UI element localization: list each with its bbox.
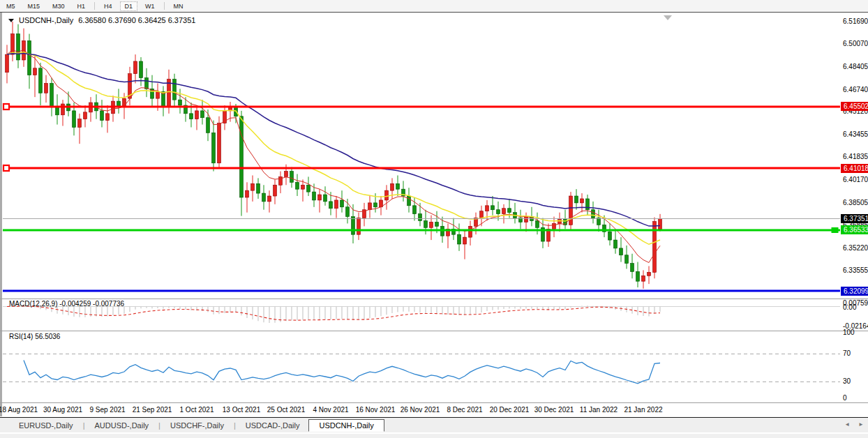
timeframe-button-w1[interactable]: W1 [140, 1, 160, 11]
chart-tab-usdchf[interactable]: USDCHF-,Daily [161, 421, 233, 430]
candlesticks [0, 0, 662, 289]
tab-scroll-right-icon[interactable]: ► [858, 421, 864, 428]
rsi-indicator-label: RSI(14) 56.5036 [9, 333, 60, 340]
price-tick-label: 6.38505 [843, 199, 868, 206]
rsi-line [24, 361, 660, 384]
resistance-line-label: 6.45502 [841, 102, 868, 111]
resistance-line-label: 6.41018 [841, 164, 868, 173]
date-axis-label: 13 Oct 2021 [216, 406, 267, 414]
timeframe-button-m5[interactable]: M5 [1, 1, 20, 11]
date-axis-label: 16 Nov 2021 [350, 406, 401, 414]
price-tick-label: 6.33555 [843, 266, 868, 274]
chart-tab-usdcnh[interactable]: USDCNH-,Daily [308, 419, 384, 432]
date-axis-label: 1 Oct 2021 [172, 406, 222, 414]
timeframe-button-h1[interactable]: H1 [73, 1, 91, 11]
date-axis-label: 8 Dec 2021 [440, 406, 490, 414]
chart-tab-audusd[interactable]: AUDUSD-,Daily [85, 421, 158, 430]
rsi-axis-label: 30 [843, 377, 851, 385]
date-axis-label: 30 Aug 2021 [38, 406, 88, 414]
macd-axis-label: 0.00 [843, 303, 856, 311]
chart-tab-eurusd[interactable]: EURUSD-,Daily [10, 421, 82, 430]
price-tick-label: 6.51690 [843, 17, 868, 25]
price-tick-label: 6.35220 [843, 244, 868, 252]
price-tick-label: 6.46740 [843, 86, 868, 93]
timeframe-button-d1[interactable]: D1 [120, 1, 138, 11]
chart-symbol-label: USDCNH-,Daily [19, 16, 73, 24]
rsi-axis-label: 0 [843, 394, 847, 402]
price-tick-label: 6.41835 [843, 153, 868, 160]
rsi-axis-label: 70 [843, 349, 851, 357]
collapse-triangle-icon[interactable] [8, 19, 14, 22]
status-bar [0, 433, 868, 438]
date-axis-label: 18 Aug 2021 [0, 406, 43, 414]
macd-indicator-label: MACD(12,26,9) -0.004259 -0.007736 [9, 300, 124, 308]
chart-tab-bar: EURUSD-,Daily|AUDUSD-,Daily|USDCHF-,Dail… [0, 417, 868, 432]
chart-canvas[interactable] [0, 0, 868, 438]
mid-ma [7, 52, 660, 245]
date-axis-label: 21 Jan 2022 [618, 406, 668, 414]
chart-ohlc-readout: 6.36580 6.37690 6.36425 6.37351 [78, 16, 195, 24]
toolbar-separator [94, 2, 95, 10]
price-tick-label: 6.48405 [843, 63, 868, 70]
slow-ma [7, 53, 660, 226]
timeframe-toolbar: M5M15M30H1H4D1W1MN [0, 0, 868, 12]
chart-shift-marker-icon[interactable] [664, 15, 672, 20]
date-axis-label: 11 Jan 2022 [574, 406, 624, 414]
price-tick-label: 6.50070 [843, 40, 868, 47]
macd-histogram [7, 305, 660, 323]
tab-scroll-left-icon[interactable]: ◄ [844, 421, 850, 428]
date-axis-label: 20 Dec 2021 [484, 406, 534, 414]
chart-tab-usdcad[interactable]: USDCAD-,Daily [237, 421, 309, 430]
date-axis-label: 30 Dec 2021 [529, 406, 579, 414]
price-tick-label: 6.40170 [843, 176, 868, 183]
chart-title: USDCNH-,Daily 6.36580 6.37690 6.36425 6.… [8, 16, 195, 24]
timeframe-button-mn[interactable]: MN [169, 1, 188, 11]
date-axis-label: 26 Nov 2021 [395, 406, 445, 414]
tab-scroll-arrows: ◄ ► [844, 421, 864, 428]
timeframe-button-m30[interactable]: M30 [47, 1, 70, 11]
macd-signal-line [7, 306, 660, 320]
date-axis-label: 4 Nov 2021 [306, 406, 356, 414]
metatrader-window: M5M15M30H1H4D1W1MN USDCNH-,Daily 6.36580… [0, 0, 868, 438]
date-axis-label: 9 Sep 2021 [82, 406, 133, 414]
current-price-label: 6.37351 [841, 214, 868, 223]
support-line-label: 6.36533 [841, 225, 868, 234]
rsi-axis-label: 100 [843, 328, 855, 336]
price-tick-label: 6.43455 [843, 130, 868, 138]
date-axis-label: 25 Oct 2021 [261, 406, 311, 414]
support-line-label: 6.32099 [841, 287, 868, 296]
timeframe-button-h4[interactable]: H4 [99, 1, 117, 11]
timeframe-button-m15[interactable]: M15 [23, 1, 45, 11]
toolbar-separator [164, 2, 165, 10]
date-axis-label: 21 Sep 2021 [127, 406, 177, 414]
